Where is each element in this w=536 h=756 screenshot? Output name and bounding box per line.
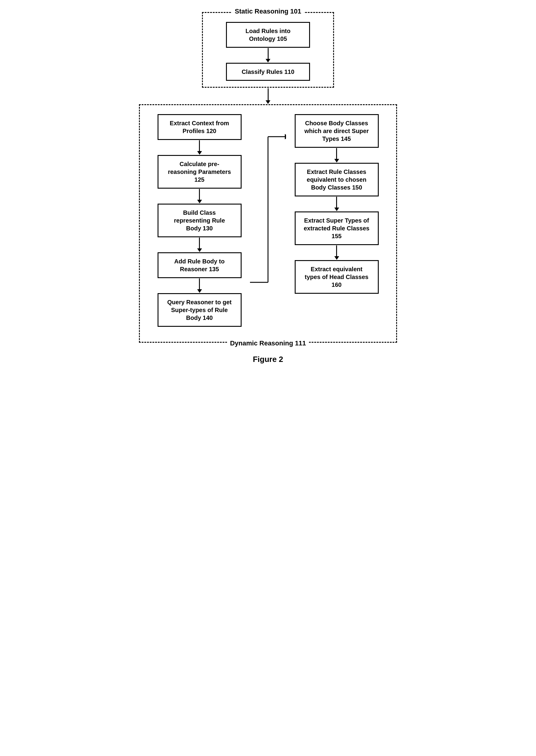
- right-column: Choose Body Classeswhich are direct Supe…: [286, 114, 387, 327]
- box-135: Add Rule Body toReasoner 135: [157, 252, 242, 278]
- box-135-label: Add Rule Body toReasoner 135: [174, 257, 225, 273]
- arrow-150-155: [334, 197, 339, 211]
- box-160: Extract equivalenttypes of Head Classes1…: [295, 260, 379, 294]
- box-120: Extract Context fromProfiles 120: [157, 114, 242, 140]
- box-140: Query Reasoner to getSuper-types of Rule…: [157, 293, 242, 327]
- box-150: Extract Rule Classesequivalent to chosen…: [295, 163, 379, 197]
- arrow-120-125: [197, 140, 202, 155]
- cross-connector: [250, 114, 286, 327]
- box-145: Choose Body Classeswhich are direct Supe…: [295, 114, 379, 148]
- box-125-label: Calculate pre-reasoning Parameters125: [168, 160, 231, 184]
- left-column: Extract Context fromProfiles 120 Calcula…: [149, 114, 250, 327]
- arrow-155-160: [334, 245, 339, 260]
- arrow-145-150: [334, 148, 339, 163]
- page-container: Static Reasoning 101 Load Rules intoOnto…: [133, 12, 403, 364]
- box-155: Extract Super Types ofextracted Rule Cla…: [295, 211, 379, 245]
- box-120-label: Extract Context fromProfiles 120: [170, 119, 229, 135]
- connector-line: [268, 88, 269, 100]
- box-150-label: Extract Rule Classesequivalent to chosen…: [307, 168, 366, 191]
- box-140-label: Query Reasoner to getSuper-types of Rule…: [167, 298, 232, 322]
- box-145-label: Choose Body Classeswhich are direct Supe…: [304, 119, 369, 143]
- static-reasoning-section: Static Reasoning 101 Load Rules intoOnto…: [202, 12, 334, 88]
- connector-static-dynamic: [266, 88, 270, 104]
- box-130: Build Classrepresenting RuleBody 130: [157, 204, 242, 237]
- box-110: Classify Rules 110: [226, 63, 310, 81]
- cross-arrow-svg: [250, 114, 286, 294]
- figure-label: Figure 2: [253, 355, 283, 364]
- box-105-label: Load Rules intoOntology 105: [246, 27, 290, 43]
- svg-marker-3: [285, 134, 286, 139]
- box-155-label: Extract Super Types ofextracted Rule Cla…: [304, 217, 369, 240]
- dynamic-reasoning-title: Dynamic Reasoning 111: [227, 340, 309, 347]
- dynamic-reasoning-section: Dynamic Reasoning 111 Extract Context fr…: [139, 104, 397, 343]
- box-110-label: Classify Rules 110: [242, 68, 294, 76]
- arrow-135-140: [197, 278, 202, 293]
- arrow-line: [268, 48, 269, 59]
- dynamic-inner: Extract Context fromProfiles 120 Calcula…: [149, 114, 387, 327]
- box-160-label: Extract equivalenttypes of Head Classes1…: [305, 265, 368, 289]
- box-130-label: Build Classrepresenting RuleBody 130: [174, 209, 225, 232]
- arrow-130-135: [197, 237, 202, 252]
- box-105: Load Rules intoOntology 105: [226, 22, 310, 48]
- static-reasoning-title: Static Reasoning 101: [232, 8, 304, 15]
- arrow-125-130: [197, 189, 202, 204]
- arrow-105-110: [266, 48, 270, 63]
- box-125: Calculate pre-reasoning Parameters125: [157, 155, 242, 189]
- connector-arrow-head: [266, 100, 270, 104]
- arrow-head: [266, 59, 270, 62]
